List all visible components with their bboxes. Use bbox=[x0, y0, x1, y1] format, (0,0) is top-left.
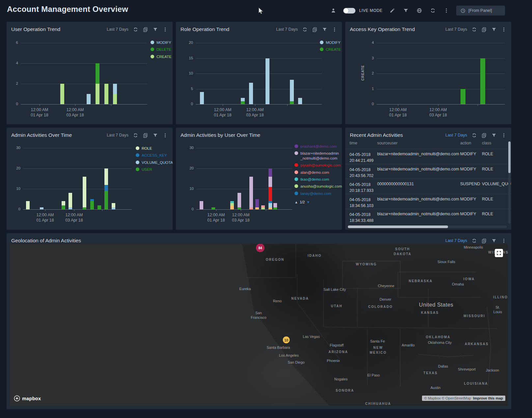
bar-segment[interactable] bbox=[238, 193, 241, 207]
panel-time-range[interactable]: Last 7 Days bbox=[445, 133, 467, 137]
bar-segment[interactable] bbox=[90, 199, 94, 201]
filter-icon[interactable] bbox=[491, 238, 497, 244]
legend-item[interactable]: prashant@demo.com bbox=[294, 144, 342, 149]
bar-segment[interactable] bbox=[255, 199, 259, 207]
table-row[interactable]: 04-05-2018 18:34:33.488blazar+nitedemoad… bbox=[345, 209, 511, 224]
column-header-time[interactable]: time bbox=[350, 141, 377, 145]
vertical-scrollbar[interactable] bbox=[508, 141, 511, 224]
bar-segment[interactable] bbox=[62, 201, 65, 205]
bar-segment[interactable] bbox=[211, 207, 215, 209]
bar-segment[interactable] bbox=[83, 177, 86, 207]
bar-segment[interactable] bbox=[26, 201, 30, 209]
legend-item[interactable]: blazar+nitedemoadmin _notmulti@demo.com bbox=[294, 151, 342, 161]
bar-segment[interactable] bbox=[249, 177, 253, 207]
bar-segment[interactable] bbox=[60, 84, 64, 104]
bar-segment[interactable] bbox=[268, 168, 272, 177]
bar-segment[interactable] bbox=[273, 203, 277, 207]
legend-item[interactable]: CREATE bbox=[320, 47, 341, 52]
bar-segment[interactable] bbox=[230, 201, 234, 203]
improve-this-map-link[interactable]: Improve this map bbox=[473, 396, 503, 400]
bar-segment[interactable] bbox=[69, 193, 72, 207]
bar-segment[interactable] bbox=[69, 207, 72, 209]
legend-page-up-icon[interactable]: ▲ bbox=[294, 200, 298, 204]
bar-segment[interactable] bbox=[261, 207, 265, 209]
panel-time-range[interactable]: Last 7 Days bbox=[445, 238, 467, 243]
bar-segment[interactable] bbox=[230, 203, 234, 205]
bar-segment[interactable] bbox=[268, 187, 272, 201]
column-header-action[interactable]: action bbox=[460, 141, 482, 145]
legend-item[interactable]: piyush@sumologic.com bbox=[294, 163, 342, 167]
cluster-marker[interactable]: 84 bbox=[256, 244, 265, 252]
bar-segment[interactable] bbox=[113, 94, 117, 104]
bar-segment[interactable] bbox=[98, 205, 101, 209]
table-row[interactable]: 04-05-2018 20:44:21.499blazar+nitedemoad… bbox=[345, 149, 511, 164]
bar-segment[interactable] bbox=[480, 58, 485, 104]
legend-item[interactable]: USER bbox=[136, 167, 173, 172]
live-mode-toggle[interactable] bbox=[343, 8, 355, 14]
column-header-sourceuser[interactable]: sourceuser bbox=[377, 141, 460, 145]
bar-segment[interactable] bbox=[96, 63, 99, 84]
bar-segment[interactable] bbox=[268, 207, 272, 209]
bar-segment[interactable] bbox=[200, 92, 204, 104]
bar-segment[interactable] bbox=[273, 207, 277, 209]
legend-page-down-icon[interactable]: ▼ bbox=[306, 200, 310, 204]
bar-segment[interactable] bbox=[104, 168, 108, 185]
geolocation-map[interactable]: OREGONIDAHOWYOMINGSOUTH DAKOTAWISCONSINN… bbox=[10, 244, 508, 406]
legend-item[interactable]: ACCESS_KEY bbox=[136, 153, 173, 158]
refresh-icon[interactable] bbox=[429, 7, 436, 14]
legend-item[interactable]: VOLUME_QUOTA bbox=[136, 160, 173, 165]
bar-segment[interactable] bbox=[255, 207, 259, 209]
horizontal-scrollbar[interactable] bbox=[348, 225, 507, 228]
bar-segment[interactable] bbox=[104, 84, 108, 104]
bar-segment[interactable] bbox=[266, 58, 269, 104]
filter-icon[interactable] bbox=[402, 7, 409, 14]
bar-segment[interactable] bbox=[112, 207, 115, 209]
time-range-selector[interactable]: [From Panel] bbox=[456, 6, 505, 15]
bar-segment[interactable] bbox=[90, 201, 94, 209]
bar-segment[interactable] bbox=[268, 203, 272, 207]
legend-item[interactable]: anusha@sumologic.com bbox=[294, 184, 342, 189]
attribution-text[interactable]: © Mapbox © OpenStreetMap bbox=[424, 396, 471, 400]
legend-item[interactable]: tkao@demo.com bbox=[294, 177, 342, 182]
bar-segment[interactable] bbox=[238, 207, 241, 209]
bar-segment[interactable] bbox=[62, 205, 65, 209]
legend-item[interactable]: ROLE bbox=[136, 146, 173, 151]
copy-icon[interactable] bbox=[481, 238, 487, 244]
mapbox-logo[interactable]: mapbox bbox=[14, 395, 41, 402]
kebab-icon[interactable] bbox=[501, 238, 507, 244]
bar-segment[interactable] bbox=[230, 205, 234, 209]
bar-segment[interactable] bbox=[40, 207, 43, 209]
bar-segment[interactable] bbox=[290, 101, 294, 104]
legend-item[interactable]: alan@demo.com bbox=[294, 170, 342, 175]
refresh-icon[interactable] bbox=[471, 133, 477, 138]
kebab-menu-icon[interactable] bbox=[443, 7, 450, 14]
map-expand-button[interactable] bbox=[495, 249, 503, 257]
copy-icon[interactable] bbox=[481, 133, 487, 138]
bar-segment[interactable] bbox=[96, 84, 99, 104]
bar-segment[interactable] bbox=[200, 201, 203, 209]
legend-item[interactable]: DELETE bbox=[151, 47, 172, 52]
bar-segment[interactable] bbox=[112, 203, 115, 207]
bar-segment[interactable] bbox=[104, 185, 108, 191]
bar-segment[interactable] bbox=[87, 94, 91, 104]
bar-segment[interactable] bbox=[298, 98, 302, 104]
refresh-icon[interactable] bbox=[471, 238, 477, 244]
legend-item[interactable]: tanay@demo.com bbox=[294, 191, 342, 196]
bar-segment[interactable] bbox=[268, 177, 272, 187]
legend-item[interactable]: CREATE bbox=[151, 54, 172, 59]
bar-segment[interactable] bbox=[241, 101, 245, 104]
table-row[interactable]: 04-05-2018 20:18:17.9330000000000000131S… bbox=[345, 179, 511, 194]
cluster-marker[interactable]: 10 bbox=[283, 337, 290, 343]
filter-icon[interactable] bbox=[491, 133, 497, 138]
bar-segment[interactable] bbox=[249, 83, 253, 104]
scrollbar-thumb[interactable] bbox=[508, 141, 511, 173]
bar-segment[interactable] bbox=[461, 89, 465, 104]
bar-segment[interactable] bbox=[268, 201, 272, 203]
bar-segment[interactable] bbox=[261, 205, 265, 207]
scrollbar-thumb[interactable] bbox=[348, 225, 448, 228]
bar-segment[interactable] bbox=[104, 191, 108, 209]
legend-item[interactable]: MODIFY bbox=[320, 40, 341, 45]
kebab-icon[interactable] bbox=[501, 133, 507, 138]
legend-item[interactable]: MODIFY bbox=[151, 40, 172, 45]
bar-segment[interactable] bbox=[83, 207, 86, 209]
